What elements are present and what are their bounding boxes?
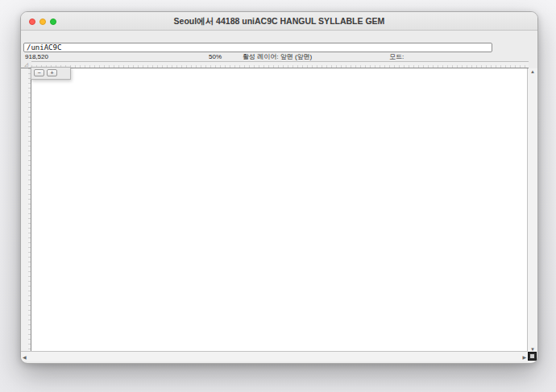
titlebar: Seoul에서 44188 uniAC9C HANGUL SYLLABLE GE… <box>21 12 537 31</box>
corner-widget[interactable] <box>528 352 537 361</box>
scroll-left-arrow[interactable]: ◀ <box>23 354 27 360</box>
horizontal-ruler[interactable] <box>31 61 529 68</box>
tool-palette: − + <box>31 67 71 80</box>
glyph-name-input[interactable] <box>23 43 492 52</box>
window-title: Seoul에서 44188 uniAC9C HANGUL SYLLABLE GE… <box>21 16 537 27</box>
glyph-field-row <box>21 43 537 53</box>
glyph-canvas[interactable]: 1024 <box>31 68 529 353</box>
active-layer-label: 활성 레이어: 앞면 (앞면) <box>243 53 312 61</box>
horizontal-scrollbar[interactable]: ◀ ▶ <box>21 351 528 361</box>
add-layer-button[interactable]: + <box>47 69 57 76</box>
fontforge-glyph-window: Seoul에서 44188 uniAC9C HANGUL SYLLABLE GE… <box>20 11 538 364</box>
mode-label: 모드: <box>389 53 404 61</box>
vertical-ruler[interactable] <box>21 68 31 353</box>
scroll-right-arrow[interactable]: ▶ <box>522 354 526 360</box>
remove-layer-button[interactable]: − <box>34 69 44 76</box>
vertical-scrollbar[interactable]: ▲ ▼ <box>527 68 537 353</box>
info-bar: 918,520 50% 활성 레이어: 앞면 (앞면) 모드: <box>21 53 537 61</box>
zoom-level: 50% <box>209 53 222 61</box>
cursor-coordinates: 918,520 <box>25 53 48 61</box>
scroll-up-arrow[interactable]: ▲ <box>530 69 535 74</box>
